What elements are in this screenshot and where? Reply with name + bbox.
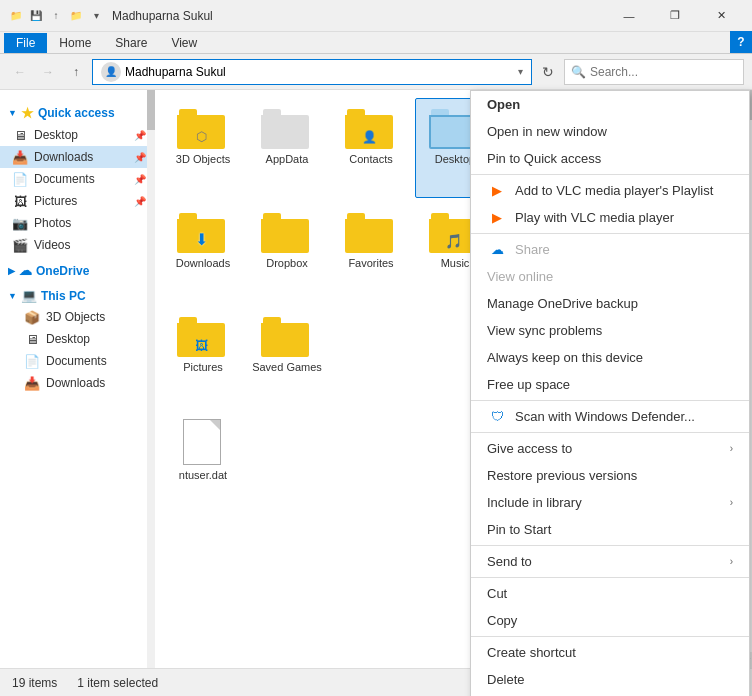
file-item-3d-objects[interactable]: ⬡ 3D Objects [163, 98, 243, 198]
search-box[interactable]: 🔍 [564, 59, 744, 85]
file-doc-icon [183, 417, 223, 465]
ctx-free-space[interactable]: Free up space [471, 371, 749, 398]
folder-contacts-icon: 👤 [345, 105, 397, 149]
ctx-sep-5 [471, 545, 749, 546]
sidebar-item-3d-objects[interactable]: 📦 3D Objects [0, 306, 154, 328]
sidebar-item-pictures[interactable]: 🖼 Pictures 📌 [0, 190, 154, 212]
file-item-downloads[interactable]: ⬇ Downloads [163, 202, 243, 302]
address-dropdown[interactable]: ▾ [518, 66, 523, 77]
sidebar-content: ▼ ★ Quick access 🖥 Desktop 📌 📥 Downloads… [0, 90, 155, 394]
sidebar-scrollbar-thumb[interactable] [147, 90, 155, 130]
refresh-button[interactable]: ↻ [536, 60, 560, 84]
ctx-send-to[interactable]: Send to › [471, 548, 749, 575]
sidebar-item-desktop-pc[interactable]: 🖥 Desktop [0, 328, 154, 350]
defender-icon: 🛡 [487, 409, 507, 424]
include-library-arrow: › [730, 497, 733, 508]
ctx-open-new-window[interactable]: Open in new window [471, 118, 749, 145]
ctx-pin-start[interactable]: Pin to Start [471, 516, 749, 543]
file-item-favorites[interactable]: Favorites [331, 202, 411, 302]
user-avatar-icon: 👤 [101, 62, 121, 82]
ctx-sep-6 [471, 577, 749, 578]
ctx-create-shortcut[interactable]: Create shortcut [471, 639, 749, 666]
sidebar-quick-access-arrow: ▼ [8, 108, 17, 118]
pictures-overlay: 🖼 [195, 338, 208, 353]
forward-button[interactable]: → [36, 60, 60, 84]
ctx-view-online: View online [471, 263, 749, 290]
this-pc-arrow-icon: ▼ [8, 291, 17, 301]
ctx-sep-2 [471, 233, 749, 234]
photos-icon: 📷 [12, 215, 28, 231]
close-button[interactable]: ✕ [698, 0, 744, 32]
context-menu: Open Open in new window Pin to Quick acc… [470, 90, 750, 696]
file-item-saved-games[interactable]: Saved Games [247, 306, 327, 406]
minimize-button[interactable]: — [606, 0, 652, 32]
maximize-button[interactable]: ❐ [652, 0, 698, 32]
file-label-saved-games: Saved Games [252, 361, 322, 374]
ctx-pin-quick-access[interactable]: Pin to Quick access [471, 145, 749, 172]
ctx-scan-defender[interactable]: 🛡 Scan with Windows Defender... [471, 403, 749, 430]
ctx-always-keep[interactable]: Always keep on this device [471, 344, 749, 371]
app-icon: 📁 [8, 8, 24, 24]
back-button[interactable]: ← [8, 60, 32, 84]
folder-favorites-icon [345, 209, 397, 253]
ctx-add-vlc[interactable]: ▶ Add to VLC media player's Playlist [471, 177, 749, 204]
ctx-include-library[interactable]: Include in library › [471, 489, 749, 516]
sidebar-scrollbar[interactable] [147, 90, 155, 668]
share-icon: ☁ [487, 242, 507, 257]
window-title: Madhuparna Sukul [112, 9, 606, 23]
sidebar-item-documents-pc[interactable]: 📄 Documents [0, 350, 154, 372]
sidebar-quick-access-label: Quick access [38, 106, 115, 120]
ctx-copy[interactable]: Copy [471, 607, 749, 634]
file-item-ntuser[interactable]: ntuser.dat [163, 410, 243, 510]
send-to-arrow: › [730, 556, 733, 567]
sidebar-item-photos[interactable]: 📷 Photos [0, 212, 154, 234]
music-note-overlay: 🎵 [445, 233, 462, 249]
search-input[interactable] [590, 65, 740, 79]
pictures-folder-icon: 🖼 [12, 193, 28, 209]
videos-icon: 🎬 [12, 237, 28, 253]
sidebar-this-pc[interactable]: ▼ 💻 This PC [0, 285, 154, 306]
folder-downloads-icon: ⬇ [177, 209, 229, 253]
sidebar-onedrive[interactable]: ▶ ☁ OneDrive [0, 260, 154, 281]
file-label-music: Music [441, 257, 470, 270]
tab-home[interactable]: Home [47, 33, 103, 53]
sidebar-item-downloads[interactable]: 📥 Downloads 📌 [0, 146, 154, 168]
ctx-cut[interactable]: Cut [471, 580, 749, 607]
up-button[interactable]: ↑ [64, 60, 88, 84]
sidebar-desktop-pc-label: Desktop [46, 332, 90, 346]
file-item-dropbox[interactable]: Dropbox [247, 202, 327, 302]
quick-access-toolbar-new[interactable]: 📁 [68, 8, 84, 24]
ctx-delete[interactable]: Delete [471, 666, 749, 693]
sidebar-item-videos[interactable]: 🎬 Videos [0, 234, 154, 256]
ctx-restore-versions[interactable]: Restore previous versions [471, 462, 749, 489]
documents-pc-icon: 📄 [24, 353, 40, 369]
address-bar: ← → ↑ 👤 Madhuparna Sukul ▾ ↻ 🔍 [0, 54, 752, 90]
ctx-open[interactable]: Open [471, 91, 749, 118]
sidebar-item-downloads-pc[interactable]: 📥 Downloads [0, 372, 154, 394]
ctx-view-sync[interactable]: View sync problems [471, 317, 749, 344]
sidebar-item-desktop[interactable]: 🖥 Desktop 📌 [0, 124, 154, 146]
sidebar-downloads-label: Downloads [34, 150, 93, 164]
tab-file[interactable]: File [4, 33, 47, 53]
file-label-dropbox: Dropbox [266, 257, 308, 270]
downloads-arrow-overlay: ⬇ [195, 230, 208, 249]
quick-access-toolbar-down[interactable]: ▾ [88, 8, 104, 24]
3d-objects-icon: 📦 [24, 309, 40, 325]
quick-access-toolbar-up[interactable]: ↑ [48, 8, 64, 24]
tab-share[interactable]: Share [103, 33, 159, 53]
file-item-pictures[interactable]: 🖼 Pictures [163, 306, 243, 406]
help-button[interactable]: ? [730, 31, 752, 53]
tab-view[interactable]: View [159, 33, 209, 53]
ctx-give-access[interactable]: Give access to › [471, 435, 749, 462]
sidebar-quick-access[interactable]: ▼ ★ Quick access [0, 102, 154, 124]
file-item-contacts[interactable]: 👤 Contacts [331, 98, 411, 198]
quick-access-toolbar-save[interactable]: 💾 [28, 8, 44, 24]
sidebar-item-documents[interactable]: 📄 Documents 📌 [0, 168, 154, 190]
ctx-sep-4 [471, 432, 749, 433]
address-input[interactable]: 👤 Madhuparna Sukul ▾ [92, 59, 532, 85]
folder-saved-games-icon [261, 313, 313, 357]
ctx-play-vlc[interactable]: ▶ Play with VLC media player [471, 204, 749, 231]
sidebar-downloads-pc-label: Downloads [46, 376, 105, 390]
ctx-manage-backup[interactable]: Manage OneDrive backup [471, 290, 749, 317]
file-item-appdata[interactable]: AppData [247, 98, 327, 198]
